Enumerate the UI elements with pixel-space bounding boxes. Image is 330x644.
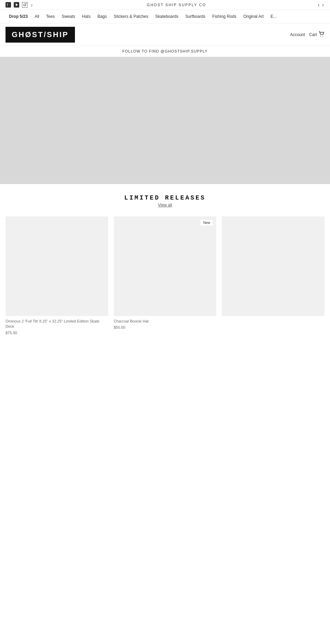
nav-item-stickers[interactable]: Stickers & Patches bbox=[110, 13, 152, 20]
svg-point-6 bbox=[26, 3, 26, 4]
limited-releases-section: LIMITED RELEASES View all bbox=[0, 184, 330, 216]
product-image-1 bbox=[6, 216, 108, 316]
nav-arrows: ‹ › bbox=[317, 2, 324, 8]
social-icons: f ♪ bbox=[6, 2, 36, 8]
account-link[interactable]: Account bbox=[290, 32, 305, 37]
nav-item-skateboards[interactable]: Skateboards bbox=[152, 13, 182, 20]
svg-point-8 bbox=[320, 36, 321, 36]
nav-item-drop[interactable]: Drop 5/23 bbox=[6, 13, 31, 20]
top-bar: f ♪ GHOST SHIP SUPPLY CO ‹ › bbox=[0, 0, 330, 10]
svg-rect-0 bbox=[6, 2, 11, 8]
product-image-2: New bbox=[114, 216, 217, 316]
logo-area: GHØST/SHIP Account Cart bbox=[0, 23, 330, 45]
cart-icon bbox=[318, 31, 324, 38]
nav-next-button[interactable]: › bbox=[321, 2, 324, 8]
account-cart: Account Cart bbox=[290, 31, 324, 38]
view-all-link[interactable]: View all bbox=[6, 203, 324, 207]
logo[interactable]: GHØST/SHIP bbox=[6, 27, 75, 43]
nav-item-bags[interactable]: Bags bbox=[94, 13, 110, 20]
hero-image bbox=[0, 57, 330, 184]
product-card-2[interactable]: New Charcoal Boonie Hat $55.00 bbox=[114, 216, 217, 335]
nav-item-fishing-rods[interactable]: Fishing Rods bbox=[209, 13, 240, 20]
facebook-icon[interactable]: f bbox=[6, 2, 11, 8]
product-grid: Ominous 2 'Full Tilt' 8.25" x 32.25" Lim… bbox=[0, 216, 330, 345]
product-card-1[interactable]: Ominous 2 'Full Tilt' 8.25" x 32.25" Lim… bbox=[6, 216, 108, 335]
nav-item-surfboards[interactable]: Surfboards bbox=[182, 13, 209, 20]
cart-wrap[interactable]: Cart bbox=[309, 31, 324, 38]
logo-text: GHØST/SHIP bbox=[12, 30, 69, 39]
nav-item-tees[interactable]: Tees bbox=[43, 13, 58, 20]
tiktok-icon[interactable]: ♪ bbox=[30, 2, 36, 8]
product-card-3[interactable] bbox=[222, 216, 324, 335]
nav-item-sweats[interactable]: Sweats bbox=[58, 13, 78, 20]
nav-item-all[interactable]: All bbox=[31, 13, 43, 20]
svg-text:f: f bbox=[7, 3, 8, 7]
cart-link[interactable]: Cart bbox=[309, 32, 317, 37]
product-badge-2: New bbox=[200, 220, 213, 226]
youtube-icon[interactable] bbox=[14, 2, 19, 8]
svg-point-9 bbox=[322, 36, 323, 36]
product-image-3 bbox=[222, 216, 324, 316]
limited-releases-title: LIMITED RELEASES bbox=[6, 194, 324, 201]
nav-item-more[interactable]: E... bbox=[267, 13, 280, 20]
nav-prev-button[interactable]: ‹ bbox=[317, 2, 320, 8]
main-nav: Drop 5/23 All Tees Sweats Hats Bags Stic… bbox=[0, 10, 330, 23]
instagram-icon[interactable] bbox=[22, 2, 28, 8]
nav-item-original-art[interactable]: Original Art bbox=[240, 13, 267, 20]
product-name-2: Charcoal Boonie Hat bbox=[114, 319, 217, 324]
product-price-2: $55.00 bbox=[114, 325, 217, 329]
product-name-1: Ominous 2 'Full Tilt' 8.25" x 32.25" Lim… bbox=[6, 319, 108, 329]
nav-item-hats[interactable]: Hats bbox=[79, 13, 94, 20]
svg-text:♪: ♪ bbox=[31, 3, 33, 8]
product-price-1: $75.00 bbox=[6, 331, 108, 335]
svg-point-5 bbox=[24, 4, 26, 6]
store-name: GHOST SHIP SUPPLY CO bbox=[36, 3, 317, 7]
follow-banner: FOLLOW TO FIND @GHOSTSHIP.SUPPLY bbox=[0, 45, 330, 57]
svg-rect-4 bbox=[22, 2, 28, 8]
